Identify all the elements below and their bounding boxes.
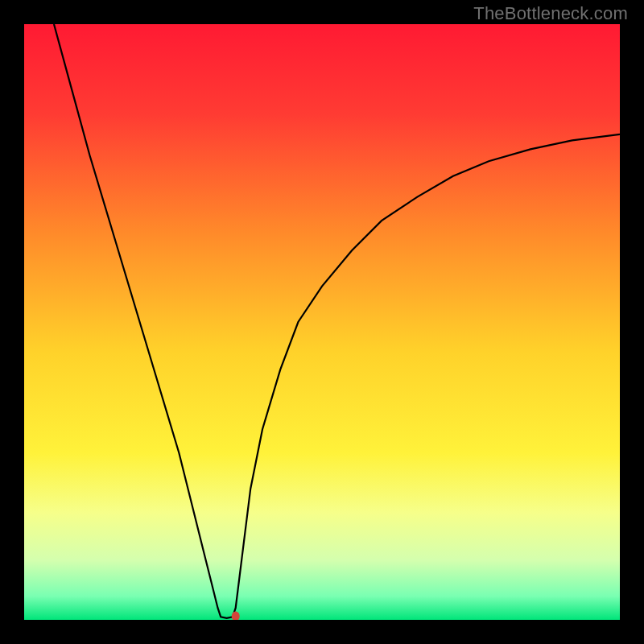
gradient-background bbox=[24, 24, 620, 620]
plot-area bbox=[24, 24, 620, 620]
chart-frame: TheBottleneck.com bbox=[0, 0, 644, 644]
watermark-text: TheBottleneck.com bbox=[473, 3, 628, 24]
chart-svg bbox=[24, 24, 620, 620]
